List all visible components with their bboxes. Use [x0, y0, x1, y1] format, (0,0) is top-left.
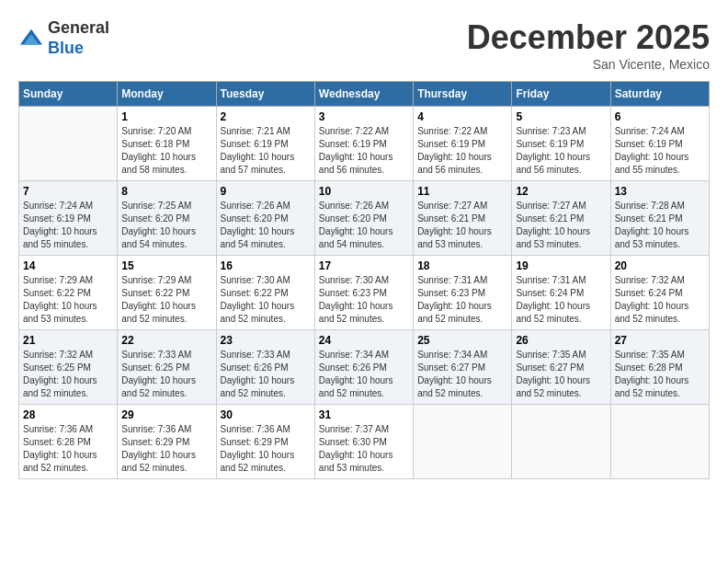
calendar-cell: 30Sunrise: 7:36 AM Sunset: 6:29 PM Dayli…	[216, 405, 314, 479]
calendar-cell: 23Sunrise: 7:33 AM Sunset: 6:26 PM Dayli…	[216, 330, 314, 405]
month-title: December 2025	[467, 18, 710, 57]
day-number: 30	[221, 408, 311, 421]
day-number: 31	[319, 408, 409, 421]
day-number: 13	[615, 185, 705, 198]
day-info: Sunrise: 7:30 AM Sunset: 6:22 PM Dayligh…	[221, 274, 311, 326]
day-info: Sunrise: 7:31 AM Sunset: 6:23 PM Dayligh…	[417, 274, 507, 326]
day-info: Sunrise: 7:34 AM Sunset: 6:26 PM Dayligh…	[319, 349, 409, 400]
calendar-cell: 6Sunrise: 7:24 AM Sunset: 6:19 PM Daylig…	[610, 107, 709, 181]
calendar-cell: 3Sunrise: 7:22 AM Sunset: 6:19 PM Daylig…	[314, 107, 413, 181]
day-info: Sunrise: 7:36 AM Sunset: 6:29 PM Dayligh…	[121, 423, 211, 475]
calendar-cell: 27Sunrise: 7:35 AM Sunset: 6:28 PM Dayli…	[610, 330, 709, 405]
day-number: 26	[516, 334, 606, 347]
calendar-cell: 29Sunrise: 7:36 AM Sunset: 6:29 PM Dayli…	[118, 405, 216, 479]
calendar-week-row: 14Sunrise: 7:29 AM Sunset: 6:22 PM Dayli…	[19, 256, 710, 330]
day-number: 18	[417, 259, 507, 272]
day-number: 24	[319, 334, 409, 347]
logo-text: General Blue	[48, 18, 109, 58]
day-number: 3	[319, 110, 409, 123]
day-number: 1	[121, 110, 211, 123]
calendar-cell: 17Sunrise: 7:30 AM Sunset: 6:23 PM Dayli…	[314, 256, 413, 330]
calendar-cell: 20Sunrise: 7:32 AM Sunset: 6:24 PM Dayli…	[610, 256, 709, 330]
calendar-cell: 18Sunrise: 7:31 AM Sunset: 6:23 PM Dayli…	[414, 256, 512, 330]
calendar-cell: 5Sunrise: 7:23 AM Sunset: 6:19 PM Daylig…	[512, 107, 610, 181]
calendar-cell: 31Sunrise: 7:37 AM Sunset: 6:30 PM Dayli…	[314, 405, 413, 479]
calendar-cell: 14Sunrise: 7:29 AM Sunset: 6:22 PM Dayli…	[19, 256, 118, 330]
calendar-cell: 11Sunrise: 7:27 AM Sunset: 6:21 PM Dayli…	[414, 181, 512, 256]
weekday-header: Thursday	[414, 82, 512, 107]
day-info: Sunrise: 7:22 AM Sunset: 6:19 PM Dayligh…	[319, 125, 409, 177]
day-number: 9	[221, 185, 311, 198]
day-number: 15	[121, 259, 211, 272]
day-info: Sunrise: 7:26 AM Sunset: 6:20 PM Dayligh…	[221, 200, 311, 251]
calendar-cell: 19Sunrise: 7:31 AM Sunset: 6:24 PM Dayli…	[512, 256, 610, 330]
calendar-cell	[610, 405, 709, 479]
day-number: 22	[121, 334, 211, 347]
calendar-cell: 4Sunrise: 7:22 AM Sunset: 6:19 PM Daylig…	[414, 107, 512, 181]
day-info: Sunrise: 7:27 AM Sunset: 6:21 PM Dayligh…	[417, 200, 507, 251]
day-number: 8	[121, 185, 211, 198]
day-info: Sunrise: 7:34 AM Sunset: 6:27 PM Dayligh…	[417, 349, 507, 400]
day-number: 16	[221, 259, 311, 272]
calendar-cell: 8Sunrise: 7:25 AM Sunset: 6:20 PM Daylig…	[118, 181, 216, 256]
calendar-cell: 16Sunrise: 7:30 AM Sunset: 6:22 PM Dayli…	[216, 256, 314, 330]
logo-icon	[18, 26, 44, 52]
day-number: 21	[23, 334, 113, 347]
calendar-cell: 25Sunrise: 7:34 AM Sunset: 6:27 PM Dayli…	[414, 330, 512, 405]
day-info: Sunrise: 7:29 AM Sunset: 6:22 PM Dayligh…	[23, 274, 113, 326]
calendar-cell: 15Sunrise: 7:29 AM Sunset: 6:22 PM Dayli…	[118, 256, 216, 330]
day-info: Sunrise: 7:24 AM Sunset: 6:19 PM Dayligh…	[615, 125, 705, 177]
day-number: 29	[121, 408, 211, 421]
day-number: 23	[221, 334, 311, 347]
logo-blue: Blue	[48, 39, 84, 57]
calendar-cell: 22Sunrise: 7:33 AM Sunset: 6:25 PM Dayli…	[118, 330, 216, 405]
weekday-header: Saturday	[610, 82, 709, 107]
day-info: Sunrise: 7:37 AM Sunset: 6:30 PM Dayligh…	[319, 423, 409, 475]
calendar-cell: 28Sunrise: 7:36 AM Sunset: 6:28 PM Dayli…	[19, 405, 118, 479]
calendar-cell: 24Sunrise: 7:34 AM Sunset: 6:26 PM Dayli…	[314, 330, 413, 405]
calendar-cell: 1Sunrise: 7:20 AM Sunset: 6:18 PM Daylig…	[118, 107, 216, 181]
logo: General Blue	[18, 18, 109, 58]
calendar-week-row: 21Sunrise: 7:32 AM Sunset: 6:25 PM Dayli…	[19, 330, 710, 405]
weekday-header: Tuesday	[216, 82, 314, 107]
calendar-cell: 9Sunrise: 7:26 AM Sunset: 6:20 PM Daylig…	[216, 181, 314, 256]
page-header: General Blue December 2025 San Vicente, …	[18, 18, 710, 72]
day-info: Sunrise: 7:35 AM Sunset: 6:27 PM Dayligh…	[516, 349, 606, 400]
location-subtitle: San Vicente, Mexico	[467, 57, 710, 72]
calendar-week-row: 7Sunrise: 7:24 AM Sunset: 6:19 PM Daylig…	[19, 181, 710, 256]
calendar-header-row: SundayMondayTuesdayWednesdayThursdayFrid…	[19, 82, 710, 107]
day-info: Sunrise: 7:31 AM Sunset: 6:24 PM Dayligh…	[516, 274, 606, 326]
calendar-cell: 13Sunrise: 7:28 AM Sunset: 6:21 PM Dayli…	[610, 181, 709, 256]
day-number: 10	[319, 185, 409, 198]
day-number: 2	[221, 110, 311, 123]
day-info: Sunrise: 7:29 AM Sunset: 6:22 PM Dayligh…	[121, 274, 211, 326]
day-info: Sunrise: 7:36 AM Sunset: 6:29 PM Dayligh…	[221, 423, 311, 475]
day-info: Sunrise: 7:32 AM Sunset: 6:24 PM Dayligh…	[615, 274, 705, 326]
day-info: Sunrise: 7:23 AM Sunset: 6:19 PM Dayligh…	[516, 125, 606, 177]
day-info: Sunrise: 7:32 AM Sunset: 6:25 PM Dayligh…	[23, 349, 113, 400]
weekday-header: Sunday	[19, 82, 118, 107]
day-number: 14	[23, 259, 113, 272]
day-info: Sunrise: 7:35 AM Sunset: 6:28 PM Dayligh…	[615, 349, 705, 400]
calendar-table: SundayMondayTuesdayWednesdayThursdayFrid…	[18, 81, 710, 479]
logo-general: General	[48, 18, 109, 37]
day-info: Sunrise: 7:22 AM Sunset: 6:19 PM Dayligh…	[417, 125, 507, 177]
day-number: 19	[516, 259, 606, 272]
calendar-cell: 7Sunrise: 7:24 AM Sunset: 6:19 PM Daylig…	[19, 181, 118, 256]
day-number: 25	[417, 334, 507, 347]
calendar-cell	[414, 405, 512, 479]
calendar-cell: 10Sunrise: 7:26 AM Sunset: 6:20 PM Dayli…	[314, 181, 413, 256]
day-number: 17	[319, 259, 409, 272]
day-info: Sunrise: 7:20 AM Sunset: 6:18 PM Dayligh…	[121, 125, 211, 177]
day-info: Sunrise: 7:24 AM Sunset: 6:19 PM Dayligh…	[23, 200, 113, 251]
day-info: Sunrise: 7:36 AM Sunset: 6:28 PM Dayligh…	[23, 423, 113, 475]
day-number: 28	[23, 408, 113, 421]
day-info: Sunrise: 7:33 AM Sunset: 6:25 PM Dayligh…	[121, 349, 211, 400]
day-info: Sunrise: 7:27 AM Sunset: 6:21 PM Dayligh…	[516, 200, 606, 251]
weekday-header: Wednesday	[314, 82, 413, 107]
calendar-cell	[19, 107, 118, 181]
calendar-week-row: 1Sunrise: 7:20 AM Sunset: 6:18 PM Daylig…	[19, 107, 710, 181]
day-number: 6	[615, 110, 705, 123]
day-number: 11	[417, 185, 507, 198]
calendar-cell: 26Sunrise: 7:35 AM Sunset: 6:27 PM Dayli…	[512, 330, 610, 405]
